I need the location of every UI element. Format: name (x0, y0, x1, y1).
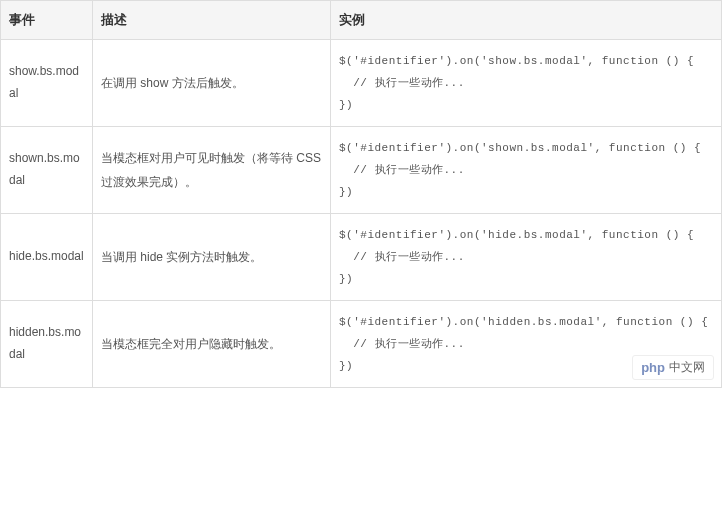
table-header-row: 事件 描述 实例 (1, 1, 722, 40)
table-row: show.bs.modal 在调用 show 方法后触发。 $('#identi… (1, 40, 722, 127)
header-example: 实例 (331, 1, 722, 40)
watermark-text: 中文网 (669, 359, 705, 376)
cell-description: 当模态框对用户可见时触发（将等待 CSS 过渡效果完成）。 (93, 127, 331, 214)
cell-event: hide.bs.modal (1, 214, 93, 301)
header-event: 事件 (1, 1, 93, 40)
cell-description: 在调用 show 方法后触发。 (93, 40, 331, 127)
cell-event: show.bs.modal (1, 40, 93, 127)
cell-event: hidden.bs.modal (1, 301, 93, 388)
watermark: php 中文网 (632, 355, 714, 380)
cell-description: 当模态框完全对用户隐藏时触发。 (93, 301, 331, 388)
cell-code: $('#identifier').on('show.bs.modal', fun… (331, 40, 722, 127)
cell-code: $('#identifier').on('shown.bs.modal', fu… (331, 127, 722, 214)
table-row: hidden.bs.modal 当模态框完全对用户隐藏时触发。 $('#iden… (1, 301, 722, 388)
table-row: shown.bs.modal 当模态框对用户可见时触发（将等待 CSS 过渡效果… (1, 127, 722, 214)
cell-code: $('#identifier').on('hide.bs.modal', fun… (331, 214, 722, 301)
cell-event: shown.bs.modal (1, 127, 93, 214)
events-table: 事件 描述 实例 show.bs.modal 在调用 show 方法后触发。 $… (0, 0, 722, 388)
watermark-logo: php (641, 360, 665, 375)
header-description: 描述 (93, 1, 331, 40)
table-row: hide.bs.modal 当调用 hide 实例方法时触发。 $('#iden… (1, 214, 722, 301)
cell-description: 当调用 hide 实例方法时触发。 (93, 214, 331, 301)
